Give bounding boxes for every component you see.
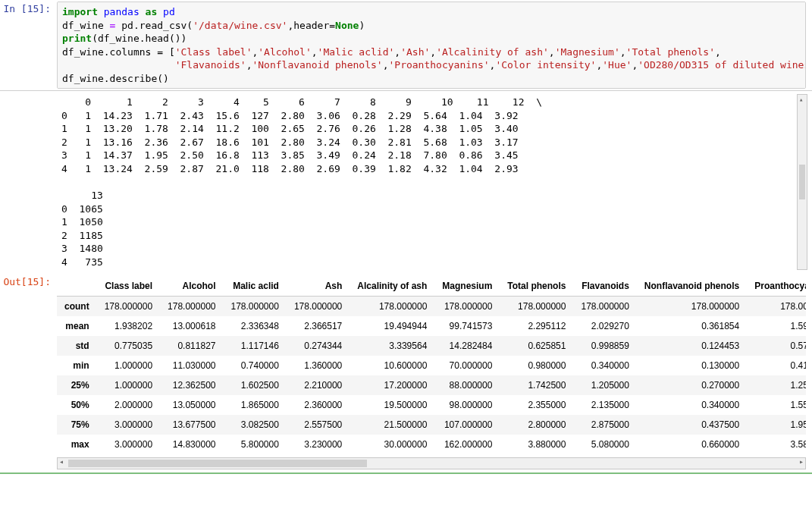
table-cell: 2.360000	[287, 395, 350, 415]
table-cell: 21.500000	[350, 415, 434, 435]
table-header-row: Class labelAlcoholMalic aclidAshAlcalini…	[57, 276, 806, 297]
table-cell: 1.205000	[573, 375, 636, 395]
table-cell: 178.000000	[287, 297, 350, 317]
read-csv: pd.read_csv(	[121, 20, 193, 31]
table-cell: 2.366517	[287, 316, 350, 336]
table-cell: 1.602500	[223, 375, 286, 395]
code-editor[interactable]: import pandas as pd df_wine = pd.read_cs…	[57, 2, 806, 89]
vertical-scrollbar[interactable]	[797, 94, 807, 270]
col-3: 'Malic aclid'	[318, 46, 395, 58]
table-cell: 0.775035	[97, 336, 160, 356]
table-cell: 3.000000	[97, 435, 160, 454]
column-header: Proanthocyanins	[747, 276, 806, 297]
column-header: Alcohol	[160, 276, 223, 297]
table-cell: 0.270000	[637, 375, 747, 395]
col-6: 'Magnesium'	[555, 46, 620, 58]
table-cell: 178.000000	[573, 297, 636, 317]
var-df: df_wine	[62, 20, 104, 31]
column-header: Class label	[97, 276, 160, 297]
table-cell: 0.572359	[747, 336, 806, 356]
table-row: 75%3.00000013.6775003.0825002.55750021.5…	[57, 415, 806, 435]
table-cell: 0.811827	[160, 336, 223, 356]
col-1: 'Class label'	[175, 46, 252, 58]
table-cell: 14.282484	[434, 336, 500, 356]
table-row: std0.7750350.8118271.1171460.2743443.339…	[57, 336, 806, 356]
describe-output[interactable]: Class labelAlcoholMalic aclidAshAlcalini…	[57, 276, 806, 454]
table-cell: 178.000000	[97, 297, 160, 317]
table-cell: 0.980000	[500, 356, 573, 375]
table-cell: 2.210000	[287, 375, 350, 395]
table-row: 25%1.00000012.3625001.6025002.21000017.2…	[57, 375, 806, 395]
alias-pd: pd	[163, 6, 175, 17]
column-header: Total phenols	[500, 276, 573, 297]
table-cell: 0.660000	[637, 435, 747, 454]
table-cell: 11.030000	[160, 356, 223, 375]
col-13: 'OD280/OD315 of diluted wines'	[638, 59, 806, 71]
comma-header: ,header=	[287, 20, 335, 31]
horizontal-scrollbar[interactable]	[57, 457, 806, 469]
table-cell: 3.230000	[287, 435, 350, 454]
print-fn: print	[62, 33, 92, 44]
input-cell: In [15]: import pandas as pd df_wine = p…	[0, 0, 812, 91]
col-10: 'Proanthocyanins'	[388, 59, 489, 71]
col-4: 'Ash'	[400, 46, 430, 58]
table-cell: 5.800000	[223, 435, 286, 454]
table-cell: 17.200000	[350, 375, 434, 395]
table-cell: 19.500000	[350, 395, 434, 415]
table-cell: 0.740000	[223, 356, 286, 375]
table-cell: 2.336348	[223, 316, 286, 336]
cols-assign: df_wine.columns = [	[62, 46, 175, 58]
stdout-area[interactable]: 0 1 2 3 4 5 6 7 8 9 10 11 12 \ 0 1 14.23…	[57, 93, 794, 272]
col-12: 'Hue'	[602, 59, 632, 71]
table-cell: 0.410000	[747, 356, 806, 375]
column-header: Magnesium	[434, 276, 500, 297]
table-cell: 1.117146	[223, 336, 286, 356]
col-5: 'Alcalinity of ash'	[436, 46, 549, 58]
table-cell: 30.000000	[350, 435, 434, 454]
table-cell: 13.050000	[160, 395, 223, 415]
table-cell: 1.865000	[223, 395, 286, 415]
row-index: 50%	[57, 395, 97, 415]
table-cell: 1.000000	[97, 375, 160, 395]
none-kw: None	[335, 20, 359, 31]
table-cell: 178.000000	[223, 297, 286, 317]
table-cell: 178.000000	[434, 297, 500, 317]
table-cell: 98.000000	[434, 395, 500, 415]
table-cell: 2.295112	[500, 316, 573, 336]
table-cell: 162.000000	[434, 435, 500, 454]
table-cell: 1.555000	[747, 395, 806, 415]
table-cell: 19.494944	[350, 316, 434, 336]
row-index: 75%	[57, 415, 97, 435]
table-cell: 0.625851	[500, 336, 573, 356]
print-arg: (df_wine.head())	[92, 33, 187, 44]
col-11: 'Color intensity'	[495, 59, 596, 71]
describe-call: df_wine.describe()	[62, 73, 169, 84]
table-cell: 13.000618	[160, 316, 223, 336]
column-header: Ash	[287, 276, 350, 297]
table-cell: 2.557500	[287, 415, 350, 435]
row-index: 25%	[57, 375, 97, 395]
table-cell: 178.000000	[350, 297, 434, 317]
table-cell: 0.340000	[637, 395, 747, 415]
column-header: Flavanoids	[573, 276, 636, 297]
path-str: '/data/wine.csv'	[193, 20, 287, 31]
table-cell: 0.124453	[637, 336, 747, 356]
out-prompt: Out[15]:	[0, 273, 57, 290]
row-index: max	[57, 435, 97, 454]
table-row: max3.00000014.8300005.8000003.23000030.0…	[57, 435, 806, 454]
col-7: 'Total phenols'	[626, 46, 715, 58]
table-row: mean1.93820213.0006182.3363482.36651719.…	[57, 316, 806, 336]
stdout-row: 0 1 2 3 4 5 6 7 8 9 10 11 12 \ 0 1 14.23…	[0, 91, 812, 273]
describe-table: Class labelAlcoholMalic aclidAshAlcalini…	[57, 276, 806, 454]
row-index: min	[57, 356, 97, 375]
table-cell: 1.250000	[747, 375, 806, 395]
table-cell: 178.000000	[160, 297, 223, 317]
table-cell: 3.000000	[97, 415, 160, 435]
corner-cell	[57, 276, 97, 297]
table-cell: 70.000000	[434, 356, 500, 375]
scroll-thumb[interactable]	[68, 460, 367, 467]
table-cell: 99.741573	[434, 316, 500, 336]
table-cell: 0.998859	[573, 336, 636, 356]
table-cell: 2.355000	[500, 395, 573, 415]
row-index: count	[57, 297, 97, 317]
